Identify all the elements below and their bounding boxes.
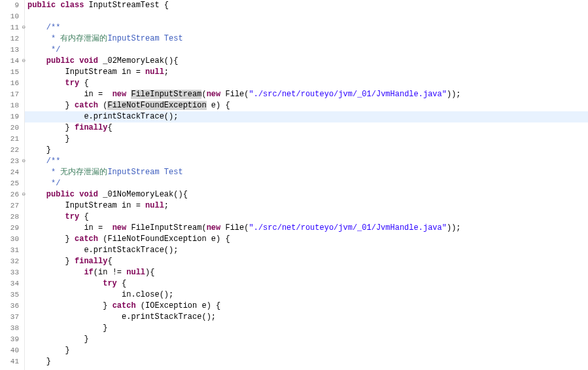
code-line[interactable]: } bbox=[25, 145, 588, 156]
line-number[interactable]: 27 bbox=[0, 200, 24, 212]
line-number[interactable]: 10 bbox=[0, 11, 24, 22]
code-token-normal: } bbox=[27, 101, 75, 110]
code-line[interactable]: } finally{ bbox=[25, 122, 588, 134]
line-number[interactable]: 12 bbox=[0, 33, 24, 45]
code-line[interactable]: try { bbox=[25, 78, 588, 89]
code-line[interactable]: if(in != null){ bbox=[25, 267, 588, 278]
line-number[interactable]: 28 bbox=[0, 212, 24, 223]
code-token-comment-cjk: 无内存泄漏的 bbox=[60, 168, 107, 177]
code-token-normal: { bbox=[107, 257, 112, 266]
line-number[interactable]: 38 bbox=[0, 323, 24, 334]
code-token-normal: } bbox=[27, 123, 75, 132]
code-line[interactable]: try { bbox=[25, 212, 588, 223]
code-line[interactable]: } bbox=[25, 345, 588, 356]
line-number[interactable]: 21 bbox=[0, 134, 24, 145]
line-number-gutter[interactable]: 91011⊖121314⊖151617181920212223⊖242526⊖2… bbox=[0, 0, 25, 370]
code-token-normal bbox=[27, 45, 46, 54]
line-number[interactable]: 11⊖ bbox=[0, 22, 24, 33]
code-token-normal: )); bbox=[447, 223, 461, 232]
line-number[interactable]: 19 bbox=[0, 111, 24, 122]
code-token-kw: if bbox=[84, 268, 93, 277]
code-line[interactable]: } bbox=[25, 323, 588, 334]
code-line[interactable]: */ bbox=[25, 45, 588, 56]
code-token-normal bbox=[27, 190, 46, 199]
line-number[interactable]: 15 bbox=[0, 67, 24, 78]
line-number[interactable]: 32 bbox=[0, 256, 24, 267]
code-line[interactable]: in = new FileInputStream(new File("./src… bbox=[25, 223, 588, 234]
code-line[interactable]: } finally{ bbox=[25, 256, 588, 267]
code-line[interactable]: public void _01NoMemoryLeak(){ bbox=[25, 189, 588, 200]
code-editor[interactable]: 91011⊖121314⊖151617181920212223⊖242526⊖2… bbox=[0, 0, 588, 370]
code-line[interactable]: * 无内存泄漏的InputStream Test bbox=[25, 167, 588, 178]
line-number[interactable]: 25 bbox=[0, 178, 24, 189]
line-number[interactable]: 22 bbox=[0, 145, 24, 156]
code-token-normal: (in != bbox=[94, 268, 126, 277]
code-line[interactable]: e.printStackTrace(); bbox=[25, 312, 588, 323]
code-line[interactable]: e.printStackTrace(); bbox=[25, 245, 588, 256]
code-token-kw: catch bbox=[75, 101, 98, 110]
line-number[interactable]: 39 bbox=[0, 334, 24, 345]
code-token-normal bbox=[27, 23, 46, 32]
code-line[interactable]: } bbox=[25, 356, 588, 367]
code-token-normal: { bbox=[79, 212, 88, 221]
code-line[interactable]: } catch (IOException e) { bbox=[25, 301, 588, 312]
code-token-normal: } bbox=[27, 346, 70, 355]
fold-toggle-icon[interactable]: ⊖ bbox=[20, 192, 26, 198]
code-line[interactable]: try { bbox=[25, 278, 588, 289]
code-line[interactable]: InputStream in = null; bbox=[25, 67, 588, 78]
line-number[interactable]: 24 bbox=[0, 167, 24, 178]
code-line[interactable]: } bbox=[25, 334, 588, 345]
line-number[interactable]: 33 bbox=[0, 267, 24, 278]
code-area[interactable]: public class InputStreamTest { /** * 有内存… bbox=[25, 0, 588, 370]
code-token-kw: catch bbox=[112, 301, 136, 310]
code-line[interactable]: e.printStackTrace(); bbox=[25, 111, 588, 122]
code-token-normal: ; bbox=[164, 201, 169, 210]
code-line[interactable]: /** bbox=[25, 156, 588, 167]
line-number[interactable]: 35 bbox=[0, 289, 24, 301]
code-line[interactable]: } catch (FileNotFoundException e) { bbox=[25, 234, 588, 245]
code-token-comment: /** bbox=[46, 23, 61, 32]
code-token-normal bbox=[27, 268, 84, 277]
code-token-kw: new bbox=[112, 223, 127, 232]
code-line[interactable]: in.close(); bbox=[25, 289, 588, 301]
line-number[interactable]: 20 bbox=[0, 122, 24, 134]
code-line[interactable]: /** bbox=[25, 22, 588, 33]
code-line[interactable]: InputStream in = null; bbox=[25, 200, 588, 212]
code-line[interactable] bbox=[25, 11, 588, 22]
line-number[interactable]: 17 bbox=[0, 89, 24, 100]
code-token-normal bbox=[27, 56, 46, 65]
code-line[interactable]: public class InputStreamTest { bbox=[25, 0, 588, 11]
code-token-normal: { bbox=[107, 123, 112, 132]
line-number[interactable]: 31 bbox=[0, 245, 24, 256]
code-line[interactable]: in = new FileInputStream(new File("./src… bbox=[25, 89, 588, 100]
line-number[interactable]: 26⊖ bbox=[0, 189, 24, 200]
line-number[interactable]: 9 bbox=[0, 0, 24, 11]
fold-toggle-icon[interactable]: ⊖ bbox=[20, 158, 26, 164]
code-line[interactable]: } catch (FileNotFoundException e) { bbox=[25, 100, 588, 111]
line-number[interactable]: 30 bbox=[0, 234, 24, 245]
fold-toggle-icon[interactable]: ⊖ bbox=[20, 58, 26, 64]
line-number[interactable]: 14⊖ bbox=[0, 56, 24, 67]
code-token-kw: catch bbox=[75, 234, 98, 244]
code-token-normal: ( bbox=[98, 101, 107, 110]
code-token-normal: } bbox=[27, 301, 112, 310]
line-number[interactable]: 29 bbox=[0, 223, 24, 234]
code-line[interactable]: public void _02MemoryLeak(){ bbox=[25, 56, 588, 67]
line-number[interactable]: 34 bbox=[0, 278, 24, 289]
code-token-normal: InputStreamTest { bbox=[84, 1, 169, 10]
line-number[interactable]: 13 bbox=[0, 45, 24, 56]
code-token-normal bbox=[27, 168, 46, 177]
code-line[interactable]: */ bbox=[25, 178, 588, 189]
code-line[interactable]: * 有内存泄漏的InputStream Test bbox=[25, 33, 588, 45]
line-number[interactable]: 41 bbox=[0, 356, 24, 367]
fold-toggle-icon[interactable]: ⊖ bbox=[20, 25, 26, 31]
code-token-normal: } bbox=[27, 257, 75, 266]
line-number[interactable]: 37 bbox=[0, 312, 24, 323]
code-line[interactable]: } bbox=[25, 134, 588, 145]
line-number[interactable]: 16 bbox=[0, 78, 24, 89]
line-number[interactable]: 18 bbox=[0, 100, 24, 111]
line-number[interactable]: 40 bbox=[0, 345, 24, 356]
line-number[interactable]: 36 bbox=[0, 301, 24, 312]
code-token-normal: ){ bbox=[145, 268, 154, 277]
line-number[interactable]: 23⊖ bbox=[0, 156, 24, 167]
